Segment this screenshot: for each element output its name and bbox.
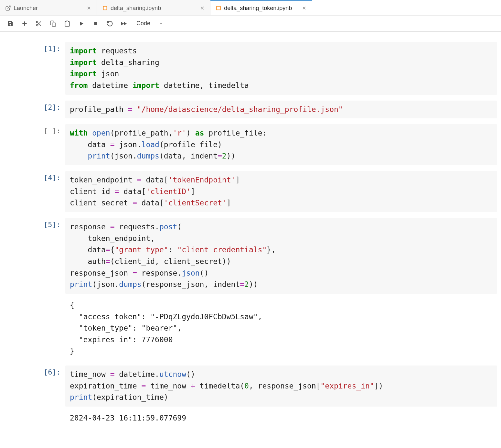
interrupt-button[interactable]	[89, 17, 103, 30]
cell-type-label: Code	[136, 20, 150, 27]
copy-button[interactable]	[46, 17, 60, 30]
cell-input[interactable]: with open(profile_path,'r') as profile_f…	[65, 124, 497, 165]
svg-line-17	[38, 22, 39, 23]
tab-launcher[interactable]: Launcher	[0, 0, 97, 15]
close-icon[interactable]	[301, 5, 307, 11]
close-icon[interactable]	[86, 5, 92, 11]
svg-point-13	[37, 21, 38, 23]
chevron-down-icon	[159, 21, 163, 26]
svg-line-16	[39, 24, 41, 26]
cell-input[interactable]: token_endpoint = data['tokenEndpoint'] c…	[65, 171, 497, 212]
notebook-toolbar: Code	[0, 16, 501, 32]
cut-button[interactable]	[32, 17, 46, 30]
paste-button[interactable]	[60, 17, 74, 30]
cell-input[interactable]: profile_path = "/home/datascience/delta_…	[65, 101, 497, 119]
code-cell[interactable]: [ ]:with open(profile_path,'r') as profi…	[4, 124, 497, 165]
tab-label: Launcher	[14, 5, 38, 12]
cell-prompt: [6]:	[4, 366, 65, 376]
cell-type-select[interactable]: Code	[133, 19, 166, 28]
notebook-body: [1]:import requests import delta_sharing…	[0, 32, 501, 445]
restart-run-all-button[interactable]	[117, 17, 131, 30]
notebook-icon	[102, 5, 108, 11]
code-cell[interactable]: [6]:time_now = datetime.utcnow() expirat…	[4, 366, 497, 407]
cell-output: 2024-04-23 16:11:59.077699	[65, 410, 497, 425]
cell-output-row: [5]:{ "access_token": "-PDqZLgydoJ0FCbDw…	[4, 297, 497, 358]
code-cell[interactable]: [5]:response = requests.post( token_endp…	[4, 218, 497, 294]
svg-rect-18	[52, 23, 56, 26]
external-link-icon	[5, 5, 11, 11]
restart-button[interactable]	[103, 17, 117, 30]
svg-marker-23	[124, 22, 127, 26]
svg-marker-22	[121, 22, 124, 26]
tab-delta-sharing-token[interactable]: delta_sharing_token.ipynb	[210, 0, 312, 15]
tab-label: delta_sharing.ipynb	[111, 5, 161, 12]
svg-rect-4	[104, 7, 107, 10]
code-cell[interactable]: [2]:profile_path = "/home/datascience/de…	[4, 101, 497, 119]
cell-output-row: [6]:2024-04-23 16:11:59.077699	[4, 410, 497, 425]
cell-prompt: [ ]:	[4, 124, 65, 135]
code-cell[interactable]: [4]:token_endpoint = data['tokenEndpoint…	[4, 171, 497, 212]
cell-input[interactable]: response = requests.post( token_endpoint…	[65, 218, 497, 294]
notebook-icon	[216, 5, 221, 11]
svg-line-0	[8, 6, 10, 8]
cell-input[interactable]: time_now = datetime.utcnow() expiration_…	[65, 366, 497, 407]
close-icon[interactable]	[199, 5, 206, 11]
svg-marker-20	[80, 22, 84, 26]
cell-input[interactable]: import requests import delta_sharing imp…	[65, 42, 497, 95]
cell-prompt: [2]:	[4, 101, 65, 111]
save-button[interactable]	[3, 17, 17, 30]
cell-output: { "access_token": "-PDqZLgydoJ0FCbDw5Lsa…	[65, 297, 497, 358]
tab-delta-sharing[interactable]: delta_sharing.ipynb	[97, 0, 210, 15]
tab-bar: Launcher delta_sharing.ipynb delta_shari…	[0, 0, 501, 16]
code-cell[interactable]: [1]:import requests import delta_sharing…	[4, 42, 497, 95]
svg-rect-8	[217, 7, 220, 10]
run-button[interactable]	[74, 17, 89, 30]
svg-rect-21	[94, 22, 97, 25]
svg-point-14	[37, 24, 38, 26]
cell-prompt: [4]:	[4, 171, 65, 182]
insert-cell-button[interactable]	[17, 17, 32, 30]
tab-label: delta_sharing_token.ipynb	[224, 5, 292, 12]
cell-prompt: [1]:	[4, 42, 65, 53]
cell-prompt: [5]:	[4, 218, 65, 229]
svg-rect-19	[66, 21, 69, 22]
